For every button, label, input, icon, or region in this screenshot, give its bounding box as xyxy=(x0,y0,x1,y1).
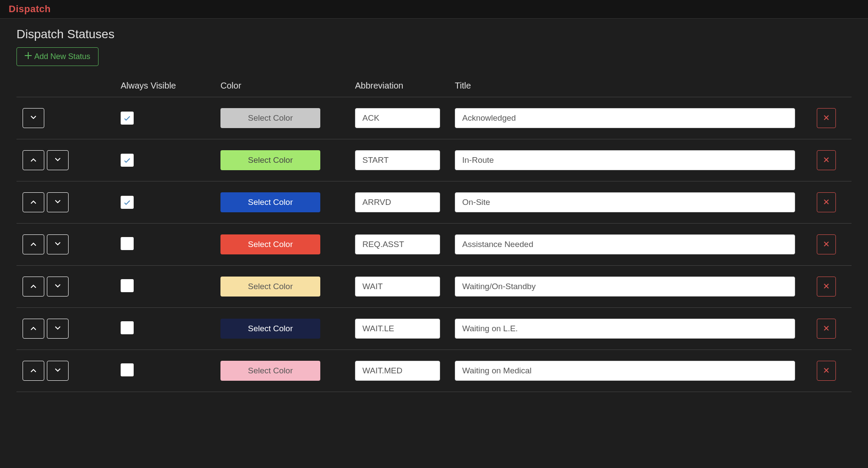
delete-cell xyxy=(817,192,852,212)
table-row: Select Color xyxy=(16,224,852,266)
close-icon xyxy=(822,240,830,249)
delete-cell xyxy=(817,277,852,297)
close-icon xyxy=(822,366,830,376)
delete-button[interactable] xyxy=(817,150,836,170)
abbreviation-input[interactable] xyxy=(355,361,440,381)
move-down-button[interactable] xyxy=(47,277,69,297)
always-visible-cell xyxy=(121,279,220,294)
delete-button[interactable] xyxy=(817,319,836,339)
move-up-button[interactable] xyxy=(23,150,44,170)
select-color-button[interactable]: Select Color xyxy=(220,234,320,254)
always-visible-cell xyxy=(121,237,220,252)
move-up-button[interactable] xyxy=(23,192,44,212)
move-up-button[interactable] xyxy=(23,277,44,297)
title-input[interactable] xyxy=(455,108,795,128)
check-icon xyxy=(123,114,132,122)
delete-cell xyxy=(817,108,852,128)
title-input[interactable] xyxy=(455,361,795,381)
always-visible-cell xyxy=(121,112,220,125)
abbreviation-input[interactable] xyxy=(355,277,440,297)
always-visible-cell xyxy=(121,321,220,336)
select-color-button[interactable]: Select Color xyxy=(220,192,320,212)
select-color-button[interactable]: Select Color xyxy=(220,277,320,297)
abbreviation-cell xyxy=(355,192,455,212)
title-input[interactable] xyxy=(455,192,795,212)
reorder-cell xyxy=(16,277,121,297)
abbreviation-input[interactable] xyxy=(355,192,440,212)
always-visible-checkbox[interactable] xyxy=(121,279,134,292)
chevron-up-icon xyxy=(30,240,37,249)
check-icon xyxy=(123,198,132,207)
delete-cell xyxy=(817,150,852,170)
table-row: Select Color xyxy=(16,181,852,224)
select-color-button[interactable]: Select Color xyxy=(220,108,320,128)
reorder-cell xyxy=(16,361,121,381)
always-visible-checkbox[interactable] xyxy=(121,196,134,209)
chevron-down-icon xyxy=(54,324,62,333)
title-cell xyxy=(455,234,817,254)
abbreviation-input[interactable] xyxy=(355,108,440,128)
reorder-cell xyxy=(16,234,121,254)
title-cell xyxy=(455,277,817,297)
status-table: Always Visible Color Abbreviation Title … xyxy=(16,76,852,392)
move-down-button[interactable] xyxy=(47,192,69,212)
move-up-button[interactable] xyxy=(23,234,44,254)
check-icon xyxy=(123,156,132,165)
move-down-button[interactable] xyxy=(47,234,69,254)
move-down-button[interactable] xyxy=(23,108,44,128)
abbreviation-input[interactable] xyxy=(355,319,440,339)
abbreviation-cell xyxy=(355,150,455,170)
move-down-button[interactable] xyxy=(47,319,69,339)
chevron-up-icon xyxy=(30,156,37,165)
delete-cell xyxy=(817,234,852,254)
abbreviation-cell xyxy=(355,234,455,254)
move-up-button[interactable] xyxy=(23,319,44,339)
title-cell xyxy=(455,150,817,170)
delete-button[interactable] xyxy=(817,277,836,297)
add-new-status-button[interactable]: Add New Status xyxy=(16,47,99,66)
select-color-button[interactable]: Select Color xyxy=(220,319,320,339)
delete-button[interactable] xyxy=(817,192,836,212)
reorder-cell xyxy=(16,108,121,128)
chevron-up-icon xyxy=(30,198,37,207)
delete-button[interactable] xyxy=(817,108,836,128)
breadcrumb: Dispatch xyxy=(9,3,51,14)
abbreviation-input[interactable] xyxy=(355,150,440,170)
header-color: Color xyxy=(220,81,355,91)
title-input[interactable] xyxy=(455,150,795,170)
delete-button[interactable] xyxy=(817,234,836,254)
color-cell: Select Color xyxy=(220,234,355,254)
select-color-button[interactable]: Select Color xyxy=(220,150,320,170)
chevron-down-icon xyxy=(54,366,62,376)
move-down-button[interactable] xyxy=(47,150,69,170)
delete-button[interactable] xyxy=(817,361,836,381)
always-visible-cell xyxy=(121,363,220,379)
always-visible-checkbox[interactable] xyxy=(121,321,134,334)
abbreviation-cell xyxy=(355,108,455,128)
always-visible-checkbox[interactable] xyxy=(121,112,134,125)
move-up-button[interactable] xyxy=(23,361,44,381)
chevron-down-icon xyxy=(30,114,37,123)
always-visible-checkbox[interactable] xyxy=(121,237,134,250)
select-color-button[interactable]: Select Color xyxy=(220,361,320,381)
abbreviation-cell xyxy=(355,277,455,297)
header-always-visible: Always Visible xyxy=(121,81,220,91)
reorder-cell xyxy=(16,150,121,170)
chevron-down-icon xyxy=(54,282,62,291)
title-input[interactable] xyxy=(455,319,795,339)
always-visible-cell xyxy=(121,154,220,167)
abbreviation-input[interactable] xyxy=(355,234,440,254)
table-row: Select Color xyxy=(16,97,852,139)
delete-cell xyxy=(817,319,852,339)
title-input[interactable] xyxy=(455,234,795,254)
always-visible-cell xyxy=(121,196,220,209)
always-visible-checkbox[interactable] xyxy=(121,363,134,376)
abbreviation-cell xyxy=(355,361,455,381)
table-row: Select Color xyxy=(16,266,852,308)
close-icon xyxy=(822,324,830,333)
color-cell: Select Color xyxy=(220,108,355,128)
always-visible-checkbox[interactable] xyxy=(121,154,134,167)
title-input[interactable] xyxy=(455,277,795,297)
move-down-button[interactable] xyxy=(47,361,69,381)
close-icon xyxy=(822,114,830,123)
